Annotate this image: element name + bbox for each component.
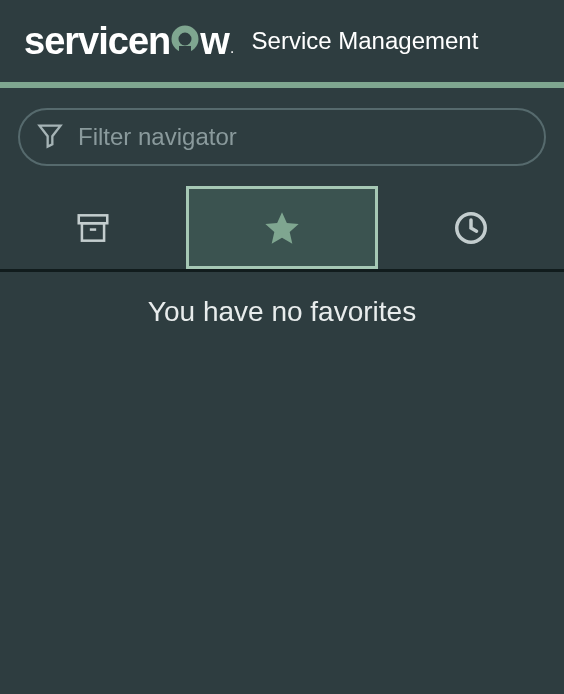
archive-icon [74, 209, 112, 247]
nav-tabs [0, 186, 564, 272]
tab-all-applications[interactable] [0, 186, 186, 269]
empty-favorites-message: You have no favorites [0, 296, 564, 328]
clock-icon [452, 209, 490, 247]
svg-rect-1 [179, 46, 191, 54]
search-section [0, 88, 564, 186]
filter-navigator-input[interactable] [78, 123, 528, 151]
star-icon [262, 208, 302, 248]
brand-text-prefix: servicen [24, 20, 170, 63]
search-box[interactable] [18, 108, 546, 166]
filter-icon [36, 121, 64, 153]
brand-dot: . [231, 44, 234, 55]
brand-text-suffix: w [200, 20, 229, 63]
app-title: Service Management [252, 27, 479, 55]
favorites-content: You have no favorites [0, 272, 564, 328]
brand-logo: servicen w . [24, 20, 234, 63]
brand-o-icon [170, 24, 200, 54]
app-header: servicen w . Service Management [0, 0, 564, 82]
svg-rect-3 [82, 223, 104, 240]
tab-history[interactable] [378, 186, 564, 269]
tab-favorites[interactable] [186, 186, 378, 269]
